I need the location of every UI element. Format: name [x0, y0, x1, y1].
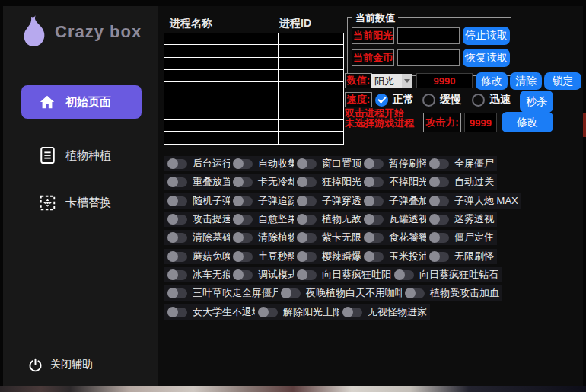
toggle-switch-icon[interactable] [258, 308, 278, 317]
toggle-switch-icon[interactable] [297, 215, 317, 225]
process-table-row[interactable] [164, 58, 343, 70]
toggle-item[interactable]: 自动过关 [426, 174, 497, 190]
instakill-button[interactable]: 秒杀 [520, 91, 553, 113]
toggle-switch-icon[interactable] [233, 252, 253, 262]
toggle-item[interactable]: 全屏僵尸 [426, 156, 497, 171]
sidebar-item-home[interactable]: 初始页面 [21, 85, 142, 119]
toggle-item[interactable]: 子弹追踪 [230, 193, 301, 209]
toggle-item[interactable]: 樱辣瞬爆 [294, 249, 365, 264]
toggle-switch-icon[interactable] [233, 233, 253, 243]
toggle-switch-icon[interactable] [297, 233, 317, 243]
toggle-switch-icon[interactable] [429, 177, 449, 187]
toggle-switch-icon[interactable] [297, 270, 317, 280]
close-assist-button[interactable]: 关闭辅助 [26, 355, 93, 374]
process-table-row[interactable] [164, 94, 343, 107]
attack-modify-button[interactable]: 修改 [502, 112, 553, 132]
radio-icon[interactable] [375, 94, 388, 107]
toggle-item[interactable]: 植物无敌 [294, 212, 365, 227]
process-table-row[interactable] [164, 132, 343, 144]
resume-read-button[interactable]: 恢复读取 [463, 49, 510, 67]
toggle-switch-icon[interactable] [429, 159, 449, 169]
radio-icon[interactable] [472, 94, 485, 107]
toggle-switch-icon[interactable] [364, 233, 384, 243]
toggle-switch-icon[interactable] [364, 196, 384, 206]
toggle-item[interactable]: 卡无冷却 [230, 174, 301, 190]
toggle-switch-icon[interactable] [233, 196, 253, 206]
toggle-item[interactable]: 僵尸定住 [426, 230, 497, 245]
toggle-item[interactable]: 三叶草吹走全屏僵尸 [164, 285, 285, 301]
toggle-item[interactable]: 自动收集 [230, 156, 301, 171]
toggle-item[interactable]: 子弹大炮 MAX [426, 193, 521, 209]
toggle-switch-icon[interactable] [233, 177, 253, 187]
toggle-item[interactable]: 植物受攻击加血 [402, 285, 502, 301]
toggle-item[interactable]: 瓦罐透视 [361, 212, 432, 227]
toggle-switch-icon[interactable] [167, 196, 187, 206]
toggle-item[interactable]: 随机子弹 [164, 193, 235, 209]
toggle-item[interactable]: 不掉阳光 [361, 174, 432, 190]
toggle-item[interactable]: 向日葵疯狂吐阳光 [294, 267, 404, 282]
toggle-item[interactable]: 玉米投油 [361, 249, 432, 264]
value-lock-button[interactable]: 锁定 [544, 72, 581, 90]
toggle-item[interactable]: 土豆秒醒 [230, 249, 301, 264]
value-amount-input[interactable] [416, 73, 473, 88]
toggle-switch-icon[interactable] [394, 270, 414, 280]
toggle-item[interactable]: 向日葵疯狂吐钻石 [391, 267, 502, 282]
toggle-switch-icon[interactable] [342, 308, 362, 317]
sidebar-item-cardslot[interactable]: 卡槽替换 [21, 190, 142, 215]
toggle-switch-icon[interactable] [167, 215, 187, 225]
value-clear-button[interactable]: 清除 [510, 72, 542, 90]
toggle-item[interactable]: 调试模式 [230, 267, 301, 282]
toggle-switch-icon[interactable] [429, 196, 449, 206]
toggle-item[interactable]: 女大学生不退场 [164, 304, 265, 320]
speed-option-fast[interactable]: 迅速 [472, 93, 511, 107]
toggle-switch-icon[interactable] [233, 270, 253, 280]
toggle-switch-icon[interactable] [405, 288, 425, 298]
process-table-row[interactable] [164, 45, 343, 57]
toggle-item[interactable]: 后台运行 [164, 156, 235, 171]
toggle-item[interactable]: 子弹穿透 [294, 193, 365, 209]
toggle-switch-icon[interactable] [429, 215, 449, 225]
process-table-row[interactable] [164, 82, 343, 94]
toggle-switch-icon[interactable] [167, 308, 187, 317]
toggle-item[interactable]: 暂停刷怪 [361, 156, 432, 171]
toggle-item[interactable]: 迷雾透视 [426, 212, 497, 227]
value-type-select[interactable]: 阳光 [371, 74, 412, 88]
speed-option-normal[interactable]: 正常 [375, 93, 414, 107]
toggle-switch-icon[interactable] [167, 252, 187, 262]
toggle-switch-icon[interactable] [297, 252, 317, 262]
toggle-item[interactable]: 清除植物 [230, 230, 301, 245]
toggle-switch-icon[interactable] [233, 159, 253, 169]
toggle-switch-icon[interactable] [364, 177, 384, 187]
process-table-row[interactable] [164, 120, 343, 132]
toggle-item[interactable]: 食花饕餮 [361, 230, 432, 245]
toggle-item[interactable]: 无限刷怪 [426, 249, 497, 264]
toggle-item[interactable]: 狂掉阳光 [294, 174, 365, 190]
toggle-switch-icon[interactable] [167, 270, 187, 280]
toggle-switch-icon[interactable] [297, 196, 317, 206]
toggle-item[interactable]: 子弹叠加 [361, 193, 432, 209]
toggle-switch-icon[interactable] [364, 252, 384, 262]
toggle-switch-icon[interactable] [429, 233, 449, 243]
toggle-item[interactable]: 清除墓碑 [164, 230, 235, 245]
radio-icon[interactable] [422, 94, 435, 107]
sidebar-item-plant[interactable]: 植物种植 [21, 142, 142, 168]
toggle-switch-icon[interactable] [364, 215, 384, 225]
current-sun-value-input[interactable] [397, 27, 460, 44]
toggle-switch-icon[interactable] [167, 177, 187, 187]
toggle-item[interactable]: 紫卡无限 [294, 230, 365, 245]
toggle-item[interactable]: 蘑菇免唤 [164, 249, 235, 264]
attack-value-input[interactable] [464, 113, 497, 132]
toggle-switch-icon[interactable] [281, 288, 301, 298]
toggle-switch-icon[interactable] [364, 159, 384, 169]
toggle-item[interactable]: 自愈坚果 [230, 212, 301, 227]
toggle-switch-icon[interactable] [167, 233, 187, 243]
toggle-item[interactable]: 无视怪物进家 [339, 304, 430, 320]
toggle-item[interactable]: 冰车无痕 [164, 267, 235, 282]
stop-read-button[interactable]: 停止读取 [463, 27, 510, 45]
process-table-row[interactable] [164, 70, 343, 82]
speed-option-slow[interactable]: 缓慢 [422, 93, 461, 107]
toggle-switch-icon[interactable] [167, 288, 187, 298]
toggle-switch-icon[interactable] [429, 252, 449, 262]
toggle-switch-icon[interactable] [167, 159, 187, 169]
toggle-item[interactable]: 解除阳光上限 [255, 304, 346, 320]
